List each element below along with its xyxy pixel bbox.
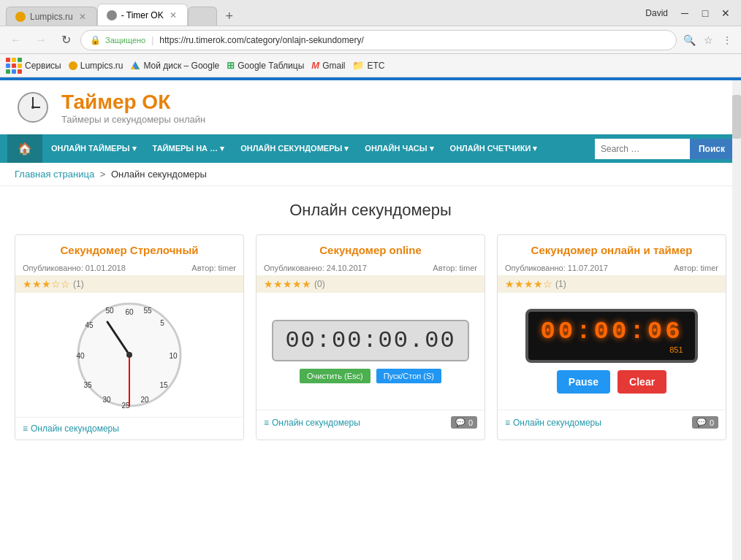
card-analog-footer-label: Онлайн секундомеры <box>31 423 119 434</box>
tab-lumpics[interactable]: Lumpics.ru ✕ <box>6 7 97 26</box>
logo-icon <box>15 89 51 126</box>
breadcrumb-separator: > <box>100 169 106 180</box>
card-analog-rating: ★★★☆☆ (1) <box>15 275 243 293</box>
svg-text:30: 30 <box>102 396 111 404</box>
title-bar: Lumpics.ru ✕ - Timer OK ✕ + David ─ □ ✕ <box>0 0 741 26</box>
bookmarks-apps[interactable]: Сервисы <box>6 58 61 74</box>
list-icon: ≡ <box>23 423 28 434</box>
digital-display: 00:00:00.00 <box>272 320 468 361</box>
lumpics-bm-icon <box>69 61 77 70</box>
comment-count3: 0 <box>710 418 714 427</box>
card3-display-wrapper: 00:00:06 851 <box>525 309 697 363</box>
bookmark-etc[interactable]: 📁 ETC <box>352 60 384 71</box>
search-icon[interactable]: 🔍 <box>681 32 697 48</box>
search-input[interactable] <box>595 139 690 159</box>
apps-grid-icon <box>6 58 22 74</box>
site-title: Таймер ОК <box>61 91 205 114</box>
bookmark-gmail[interactable]: M Gmail <box>311 60 345 71</box>
search-button[interactable]: Поиск <box>690 139 734 159</box>
more-options-icon[interactable]: ⋮ <box>719 32 735 48</box>
cards-grid: Секундомер Стрелочный Опубликованно: 01.… <box>15 234 726 440</box>
card-digital-footer-link[interactable]: ≡ Онлайн секундомеры <box>264 418 360 428</box>
window-controls: David ─ □ ✕ <box>645 4 735 23</box>
forward-button[interactable]: → <box>31 30 51 50</box>
svg-text:55: 55 <box>143 307 152 315</box>
svg-text:15: 15 <box>159 381 168 389</box>
nav-timers-na[interactable]: ТАЙМЕРЫ НА … ▾ <box>145 137 232 161</box>
nav-timers-online[interactable]: ОНЛАЙН ТАЙМЕРЫ ▾ <box>44 137 144 161</box>
bookmark-star-icon[interactable]: ☆ <box>700 32 716 48</box>
card-digital-title[interactable]: Секундомер online <box>256 235 484 261</box>
tabs-container: Lumpics.ru ✕ - Timer OK ✕ + <box>6 0 645 26</box>
card-analog: Секундомер Стрелочный Опубликованно: 01.… <box>15 234 244 440</box>
card3-pause-button[interactable]: Pause <box>557 370 610 394</box>
svg-text:10: 10 <box>169 352 178 360</box>
back-button[interactable]: ← <box>6 30 26 50</box>
scrollbar-thumb[interactable] <box>732 95 741 139</box>
card-timer3-footer: ≡ Онлайн секундомеры 💬 0 <box>498 410 726 434</box>
card2-buttons: Очистить (Esc) Пуск/Стоп (S) <box>300 369 441 383</box>
tab-timer-close[interactable]: ✕ <box>168 10 178 20</box>
card-timer3-body: 00:00:06 851 Pause Clear <box>498 293 726 410</box>
services-label: Сервисы <box>25 61 61 71</box>
card2-clear-button[interactable]: Очистить (Esc) <box>300 369 370 383</box>
card-timer3-footer-link[interactable]: ≡ Онлайн секундомеры <box>505 418 601 428</box>
address-bar: ← → ↻ 🔒 Защищено | https://ru.timerok.co… <box>0 26 741 54</box>
card-digital: Секундомер online Опубликованно: 24.10.2… <box>256 234 485 440</box>
card-timer3-title[interactable]: Секундомер онлайн и таймер <box>498 235 726 261</box>
list-icon3: ≡ <box>505 418 510 428</box>
breadcrumb-home-link[interactable]: Главная страница <box>15 169 94 180</box>
card-timer3-count: (1) <box>555 279 566 289</box>
address-input[interactable]: 🔒 Защищено | https://ru.timerok.com/cate… <box>80 30 677 50</box>
nav-stopwatches-online[interactable]: ОНЛАЙН СЕКУНДОМЕРЫ ▾ <box>233 137 356 161</box>
card-timer3-published: Опубликованно: 11.07.2017 <box>505 264 608 272</box>
scrollbar-track[interactable] <box>732 80 741 560</box>
maximize-button[interactable]: □ <box>696 4 715 23</box>
card-analog-footer-link[interactable]: ≡ Онлайн секундомеры <box>23 423 119 434</box>
minimize-button[interactable]: ─ <box>675 4 694 23</box>
tab-timer-label: - Timer OK <box>121 10 164 20</box>
card-analog-published: Опубликованно: 01.01.2018 <box>23 264 126 272</box>
card-digital-rating: ★★★★★ (0) <box>256 275 484 293</box>
tab-empty[interactable] <box>188 7 217 26</box>
card-timer3: Секундомер онлайн и таймер Опубликованно… <box>497 234 726 440</box>
page-title: Онлайн секундомеры <box>15 201 726 220</box>
nav-bar: 🏠 ОНЛАЙН ТАЙМЕРЫ ▾ ТАЙМЕРЫ НА … ▾ ОНЛАЙН… <box>0 134 741 163</box>
breadcrumb: Главная страница > Онлайн секундомеры <box>0 163 741 186</box>
card-digital-footer-label: Онлайн секундомеры <box>272 418 360 428</box>
site-title-block: Таймер ОК Таймеры и секундомеры онлайн <box>61 91 205 125</box>
tab-lumpics-close[interactable]: ✕ <box>77 12 88 22</box>
bookmark-drive[interactable]: Мой диск – Google <box>130 61 219 71</box>
lumpics-favicon <box>15 12 26 22</box>
user-name: David <box>645 8 668 18</box>
breadcrumb-current: Онлайн секундомеры <box>111 169 207 180</box>
card-analog-stars: ★★★☆☆ <box>23 278 70 290</box>
site-subtitle: Таймеры и секундомеры онлайн <box>61 114 205 125</box>
close-button[interactable]: ✕ <box>716 4 735 23</box>
card-digital-count: (0) <box>314 279 325 289</box>
card-analog-count: (1) <box>73 279 84 289</box>
drive-icon <box>130 61 140 71</box>
nav-clocks-online[interactable]: ОНЛАЙН ЧАСЫ ▾ <box>357 137 441 161</box>
bookmark-sheets[interactable]: ⊞ Google Таблицы <box>227 60 304 71</box>
nav-home-button[interactable]: 🏠 <box>7 134 42 163</box>
tab-lumpics-label: Lumpics.ru <box>30 12 73 22</box>
refresh-button[interactable]: ↻ <box>56 30 76 50</box>
tab-timer[interactable]: - Timer OK ✕ <box>97 4 188 26</box>
lock-icon: 🔒 <box>90 35 101 45</box>
card-analog-title[interactable]: Секундомер Стрелочный <box>15 235 243 261</box>
bookmark-lumpics[interactable]: Lumpics.ru <box>69 61 123 71</box>
card-digital-author: Автор: timer <box>433 264 477 272</box>
card3-clear-button[interactable]: Clear <box>618 370 666 394</box>
card3-sub-display: 851 <box>540 345 683 354</box>
svg-text:20: 20 <box>140 396 149 404</box>
site-header: Таймер ОК Таймеры и секундомеры онлайн <box>0 80 741 134</box>
svg-text:35: 35 <box>83 381 92 389</box>
card2-start-button[interactable]: Пуск/Стоп (S) <box>376 369 441 383</box>
svg-text:50: 50 <box>105 307 114 315</box>
nav-counters-online[interactable]: ОНЛАЙН СЧЕТЧИКИ ▾ <box>443 137 545 161</box>
sheets-icon: ⊞ <box>227 60 235 71</box>
card-analog-body: 60 5 10 15 20 25 30 35 40 45 50 55 <box>15 293 243 417</box>
new-tab-button[interactable]: + <box>220 7 239 26</box>
card-timer3-footer-label: Онлайн секундомеры <box>513 418 601 428</box>
